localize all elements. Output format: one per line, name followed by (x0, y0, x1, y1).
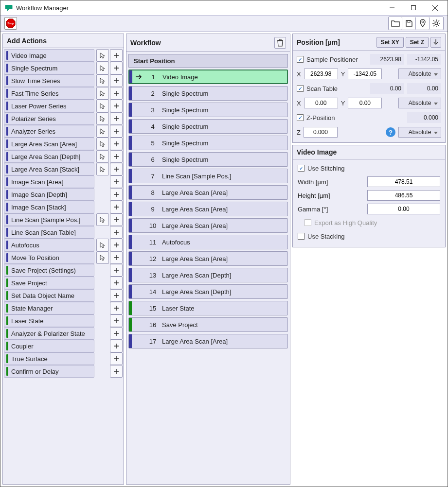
add-step-button[interactable] (110, 226, 123, 239)
pick-cursor-button[interactable] (96, 251, 109, 264)
down-arrow-button[interactable] (430, 37, 441, 48)
add-step-button[interactable] (110, 340, 123, 352)
action-item[interactable]: Large Area Scan [Stack] (4, 163, 94, 175)
workflow-step[interactable]: 11Autofocus (128, 235, 288, 249)
pick-cursor-button[interactable] (96, 112, 109, 125)
open-button[interactable] (389, 17, 402, 30)
export-hq-checkbox[interactable] (305, 219, 311, 226)
add-step-button[interactable] (110, 264, 123, 277)
delete-step-button[interactable] (274, 37, 286, 49)
add-step-button[interactable] (110, 239, 123, 251)
z-mode-select[interactable]: Absolute (398, 127, 441, 138)
action-item[interactable]: Set Data Object Name (4, 289, 94, 302)
add-step-button[interactable] (110, 62, 123, 74)
scan-table-checkbox[interactable]: ✓ (297, 85, 304, 92)
action-item[interactable]: Single Spectrum (4, 62, 94, 74)
add-step-button[interactable] (110, 125, 123, 138)
help-icon[interactable]: ? (386, 127, 395, 137)
location-button[interactable] (416, 17, 430, 30)
add-step-button[interactable] (110, 74, 123, 87)
workflow-step[interactable]: 6Single Spectrum (128, 152, 288, 167)
pick-cursor-button[interactable] (96, 49, 109, 62)
action-item[interactable]: Image Scan [Area] (4, 175, 94, 188)
pick-cursor-button[interactable] (96, 87, 109, 100)
workflow-step[interactable]: 15Laser State (128, 301, 288, 315)
stop-button[interactable]: Stop (4, 17, 17, 30)
workflow-start[interactable]: Start Position (128, 54, 288, 68)
pick-cursor-button[interactable] (96, 138, 109, 150)
st-x-input[interactable] (304, 98, 338, 108)
workflow-step[interactable]: 16Save Project (128, 317, 288, 332)
workflow-step[interactable]: 8Large Area Scan [Area] (128, 185, 288, 200)
action-item[interactable]: Save Project (4, 277, 94, 289)
z-input[interactable] (304, 127, 338, 138)
action-item[interactable]: Laser Power Series (4, 100, 94, 112)
sample-positioner-checkbox[interactable]: ✓ (297, 56, 304, 63)
workflow-step[interactable]: 13Large Area Scan [Depth] (128, 268, 288, 282)
add-step-button[interactable] (110, 150, 123, 163)
add-step-button[interactable] (110, 112, 123, 125)
settings-button[interactable] (430, 17, 443, 30)
pick-cursor-button[interactable] (96, 100, 109, 112)
add-step-button[interactable] (110, 251, 123, 264)
add-step-button[interactable] (110, 163, 123, 175)
sp-x-input[interactable] (304, 69, 338, 79)
add-step-button[interactable] (110, 365, 123, 378)
action-item[interactable]: Line Scan [Scan Table] (4, 226, 94, 239)
action-item[interactable]: Image Scan [Stack] (4, 201, 94, 213)
pick-cursor-button[interactable] (96, 62, 109, 74)
st-y-input[interactable] (348, 98, 382, 108)
sp-mode-select[interactable]: Absolute (398, 69, 441, 79)
workflow-step[interactable]: 14Large Area Scan [Depth] (128, 284, 288, 299)
pick-cursor-button[interactable] (96, 150, 109, 163)
set-xy-button[interactable]: Set XY (376, 37, 404, 48)
gamma-input[interactable] (367, 204, 440, 214)
action-item[interactable]: Confirm or Delay (4, 365, 94, 378)
action-item[interactable]: Image Scan [Depth] (4, 188, 94, 201)
workflow-step[interactable]: 1Video Image (128, 70, 288, 84)
add-step-button[interactable] (110, 49, 123, 62)
add-step-button[interactable] (110, 352, 123, 365)
maximize-button[interactable] (403, 1, 424, 15)
add-step-button[interactable] (110, 302, 123, 314)
st-mode-select[interactable]: Absolute (398, 98, 441, 108)
action-item[interactable]: State Manager (4, 302, 94, 314)
set-z-button[interactable]: Set Z (406, 37, 429, 48)
action-item[interactable]: Autofocus (4, 239, 94, 251)
action-item[interactable]: Analyzer Series (4, 125, 94, 138)
add-step-button[interactable] (110, 87, 123, 100)
workflow-step[interactable]: 2Single Spectrum (128, 86, 288, 101)
action-item[interactable]: Polarizer Series (4, 112, 94, 125)
action-item[interactable]: Move To Position (4, 251, 94, 264)
action-item[interactable]: Laser State (4, 314, 94, 327)
add-step-button[interactable] (110, 289, 123, 302)
add-step-button[interactable] (110, 213, 123, 226)
save-button[interactable] (402, 17, 416, 30)
close-button[interactable] (424, 1, 446, 15)
add-step-button[interactable] (110, 277, 123, 289)
add-step-button[interactable] (110, 175, 123, 188)
action-item[interactable]: Large Area Scan [Area] (4, 138, 94, 150)
pick-cursor-button[interactable] (96, 125, 109, 138)
use-stitching-checkbox[interactable]: ✓ (298, 165, 305, 172)
use-stacking-checkbox[interactable] (298, 233, 305, 240)
height-input[interactable] (367, 190, 440, 201)
pick-cursor-button[interactable] (96, 74, 109, 87)
action-item[interactable]: True Surface (4, 352, 94, 365)
width-input[interactable] (367, 176, 440, 187)
action-item[interactable]: Coupler (4, 340, 94, 352)
add-step-button[interactable] (110, 314, 123, 327)
add-step-button[interactable] (110, 201, 123, 213)
add-step-button[interactable] (110, 100, 123, 112)
action-item[interactable]: Line Scan [Sample Pos.] (4, 213, 94, 226)
workflow-step[interactable]: 3Single Spectrum (128, 103, 288, 117)
workflow-step[interactable]: 4Single Spectrum (128, 119, 288, 134)
action-item[interactable]: Save Project (Settings) (4, 264, 94, 277)
sp-y-input[interactable] (348, 69, 382, 79)
add-step-button[interactable] (110, 138, 123, 150)
action-item[interactable]: Fast Time Series (4, 87, 94, 100)
workflow-step[interactable]: 5Single Spectrum (128, 136, 288, 150)
add-step-button[interactable] (110, 188, 123, 201)
workflow-step[interactable]: 7Line Scan [Sample Pos.] (128, 169, 288, 183)
workflow-step[interactable]: 10Large Area Scan [Area] (128, 218, 288, 233)
